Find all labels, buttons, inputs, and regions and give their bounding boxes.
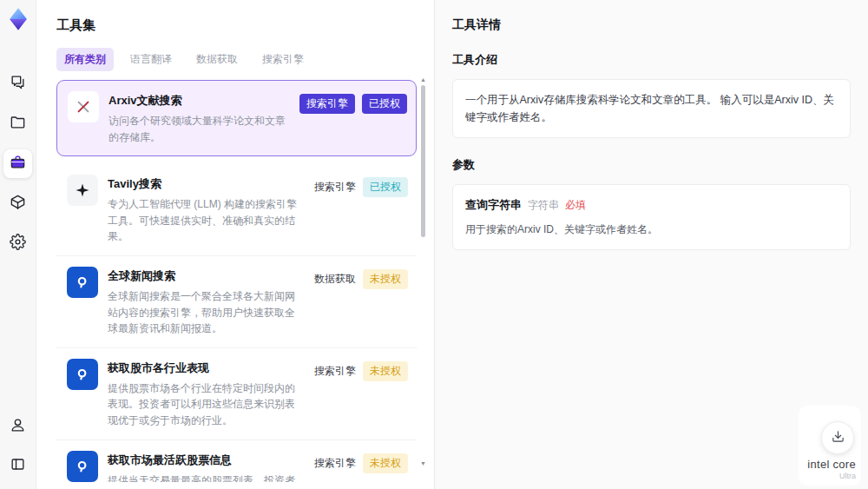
intel-ultra-label: Ultra [807,472,856,480]
chat-icon [10,74,26,94]
category-badge: 搜索引擎 [299,94,355,114]
intel-core-logo: intel core Ultra [807,458,856,480]
user-avatar-button[interactable] [3,413,32,441]
param-description: 用于搜索的Arxiv ID、关键字或作者姓名。 [465,221,838,238]
category-label: 搜索引擎 [314,177,356,197]
tavily-logo-icon [67,175,98,206]
cube-icon [10,194,26,214]
tool-list-item-arxiv[interactable]: Arxiv文献搜索 访问各个研究领域大量科学论文和文章的存储库。 搜索引擎 已授… [56,80,417,156]
sidebar-item-tools[interactable] [3,149,32,178]
param-required-badge: 必填 [565,197,586,214]
param-name: 查询字符串 [465,196,522,215]
toolbox-icon [10,154,26,174]
status-badge: 未授权 [363,361,408,381]
download-button[interactable] [821,421,854,454]
page-title: 工具集 [56,17,434,34]
sidebar-item-files[interactable] [3,109,32,138]
tool-description: 全球新闻搜索是一个聚合全球各大新闻网站内容的搜索引擎，帮助用户快速获取全球最新资… [108,288,305,337]
scrollbar-thumb[interactable] [421,85,425,237]
status-badge: 已授权 [362,94,407,114]
category-label: 搜索引擎 [314,361,356,381]
scroll-up-icon[interactable]: ▲ [420,76,426,83]
details-title: 工具详情 [452,17,851,33]
sidebar-item-settings[interactable] [3,229,32,258]
folder-icon [10,114,26,134]
search-service-icon [67,451,98,482]
sidebar-item-chat[interactable] [3,69,32,98]
layout-panel-icon [10,456,26,476]
category-tabs: 所有类别 语言翻译 数据获取 搜索引擎 [56,48,434,71]
collapse-panel-button[interactable] [3,452,32,480]
param-type: 字符串 [528,197,559,214]
tool-description: 访问各个研究领域大量科学论文和文章的存储库。 [108,113,290,145]
list-scrollbar[interactable]: ▲ ▼ [420,76,426,487]
tool-description: 提供股票市场各个行业在特定时间段内的表现。投资者可以利用这些信息来识别表现优于或… [108,380,305,429]
intro-text: 一个用于从Arxiv存储库搜索科学论文和文章的工具。 输入可以是Arxiv ID… [465,94,834,123]
intel-core-wordmark: intel core [807,458,856,471]
intro-box: 一个用于从Arxiv存储库搜索科学论文和文章的工具。 输入可以是Arxiv ID… [452,79,851,138]
left-sidebar [0,0,36,489]
tool-description: 提供当天交易量最高的股票列表。投资者可以利用这些信息来识别流动性强的股票和潜在的… [108,472,305,482]
gear-icon [10,234,26,254]
tool-list-item-tavily[interactable]: Tavily搜索 专为人工智能代理 (LLM) 构建的搜索引擎工具。可快速提供实… [56,164,417,256]
category-label: 搜索引擎 [314,453,356,473]
tool-list-item-global-news[interactable]: 全球新闻搜索 全球新闻搜索是一个聚合全球各大新闻网站内容的搜索引擎，帮助用户快速… [56,256,417,348]
tab-all-categories[interactable]: 所有类别 [56,48,114,71]
tool-description: 专为人工智能代理 (LLM) 构建的搜索引擎工具。可快速提供实时、准确和真实的结… [108,196,305,245]
tool-list-item-active-stocks[interactable]: 获取市场最活跃股票信息 提供当天交易量最高的股票列表。投资者可以利用这些信息来识… [56,440,417,482]
status-badge: 未授权 [363,453,408,473]
tool-title: 获取市场最活跃股票信息 [108,453,305,468]
intro-heading: 工具介绍 [452,52,851,68]
scroll-down-icon[interactable]: ▼ [420,460,426,466]
tool-title: 全球新闻搜索 [108,268,305,284]
tab-data-fetch[interactable]: 数据获取 [188,48,246,71]
status-badge: 未授权 [363,269,408,289]
tool-list-panel: 工具集 所有类别 语言翻译 数据获取 搜索引擎 Arxiv文献搜索 访问各个研究… [36,0,434,489]
sidebar-item-packages[interactable] [3,189,32,218]
app-logo [6,7,30,31]
download-icon [832,430,845,446]
tool-title: Tavily搜索 [108,176,305,192]
tool-title: 获取股市各行业表现 [108,360,305,376]
search-service-icon [67,267,98,298]
tool-list-item-stock-sectors[interactable]: 获取股市各行业表现 提供股票市场各个行业在特定时间段内的表现。投资者可以利用这些… [56,348,417,440]
tab-search-engine[interactable]: 搜索引擎 [254,48,312,71]
tab-language-translation[interactable]: 语言翻译 [122,48,180,71]
tool-title: Arxiv文献搜索 [108,93,290,109]
category-label: 数据获取 [314,269,356,289]
status-badge: 已授权 [363,177,408,197]
search-service-icon [67,359,98,390]
tool-list: Arxiv文献搜索 访问各个研究领域大量科学论文和文章的存储库。 搜索引擎 已授… [56,80,417,482]
param-box: 查询字符串 字符串 必填 用于搜索的Arxiv ID、关键字或作者姓名。 [452,184,851,250]
params-heading: 参数 [452,157,851,173]
user-icon [10,417,26,437]
arxiv-logo-icon [68,91,99,122]
